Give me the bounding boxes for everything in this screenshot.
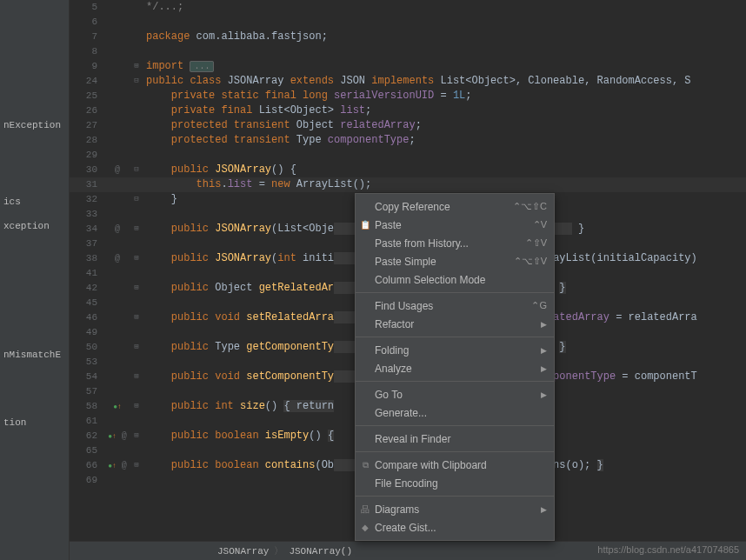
structure-item[interactable]: nMismatchE <box>0 343 69 367</box>
code-text[interactable]: */...; <box>143 0 183 15</box>
menu-item-folding[interactable]: Folding▶ <box>356 341 554 359</box>
gutter-marker[interactable] <box>104 207 130 222</box>
fold-toggle[interactable] <box>130 237 143 251</box>
menu-item-create-gist[interactable]: ◆Create Gist... <box>356 518 554 537</box>
code-text[interactable]: package com.alibaba.fastjson; <box>143 30 328 44</box>
fold-toggle[interactable] <box>130 44 143 59</box>
fold-toggle[interactable] <box>130 177 143 192</box>
context-menu[interactable]: Copy Reference⌃⌥⇧C📋Paste⌃VPaste from His… <box>355 193 555 541</box>
fold-toggle[interactable] <box>130 207 143 222</box>
menu-item-find-usages[interactable]: Find Usages⌃G <box>356 297 554 315</box>
code-text[interactable] <box>143 266 146 281</box>
code-text[interactable]: import ... <box>143 59 214 74</box>
gutter-marker[interactable]: ●↑ @ <box>104 429 130 443</box>
code-text[interactable] <box>143 325 146 340</box>
code-text[interactable] <box>143 44 146 59</box>
fold-toggle[interactable] <box>130 325 143 340</box>
gutter-marker[interactable] <box>104 355 130 370</box>
gutter-marker[interactable]: ●↑ <box>104 399 130 414</box>
menu-item-paste[interactable]: 📋Paste⌃V <box>356 216 554 234</box>
code-line[interactable]: 9⊞import ... <box>70 59 746 74</box>
code-line[interactable]: 6 <box>70 15 746 30</box>
gutter-marker[interactable] <box>104 177 130 192</box>
fold-toggle[interactable]: ⊞ <box>130 281 143 296</box>
fold-toggle[interactable]: ⊞ <box>130 370 143 384</box>
fold-toggle[interactable]: ⊞ <box>130 251 143 266</box>
fold-toggle[interactable] <box>130 414 143 429</box>
code-text[interactable]: public class JSONArray extends JSON impl… <box>143 74 691 89</box>
menu-item-compare-with-clipboard[interactable]: ⧉Compare with Clipboard <box>356 456 554 474</box>
structure-item[interactable]: xception <box>0 214 69 238</box>
gutter-marker[interactable] <box>104 0 130 15</box>
gutter-marker[interactable] <box>104 237 130 251</box>
code-text[interactable] <box>143 296 146 310</box>
menu-item-reveal-in-finder[interactable]: Reveal in Finder <box>356 430 554 448</box>
menu-item-generate[interactable]: Generate... <box>356 403 554 422</box>
code-text[interactable] <box>143 237 146 251</box>
code-text[interactable]: private final List<Object> list; <box>143 103 371 118</box>
code-line[interactable]: 25 private static final long serialVersi… <box>70 89 746 103</box>
fold-toggle[interactable]: ⊟ <box>130 192 143 207</box>
fold-toggle[interactable] <box>130 103 143 118</box>
fold-toggle[interactable]: ⊞ <box>130 429 143 443</box>
gutter-marker[interactable] <box>104 310 130 325</box>
gutter-marker[interactable] <box>104 15 130 30</box>
menu-item-file-encoding[interactable]: File Encoding <box>356 474 554 492</box>
breadcrumb-segment[interactable]: JSONArray() <box>289 546 352 557</box>
structure-item[interactable]: tion <box>0 410 69 435</box>
gutter-marker[interactable] <box>104 118 130 133</box>
fold-toggle[interactable] <box>130 133 143 148</box>
fold-toggle[interactable]: ⊞ <box>130 340 143 355</box>
code-text[interactable]: } <box>143 192 177 207</box>
fold-toggle[interactable]: ⊞ <box>130 310 143 325</box>
code-text[interactable]: private static final long serialVersionU… <box>143 89 471 103</box>
fold-toggle[interactable] <box>130 15 143 30</box>
code-text[interactable]: this.list = new ArrayList(); <box>143 177 371 192</box>
fold-toggle[interactable] <box>130 443 143 458</box>
code-text[interactable] <box>143 473 146 488</box>
code-line[interactable]: 29 <box>70 148 746 163</box>
fold-toggle[interactable] <box>130 148 143 163</box>
menu-item-go-to[interactable]: Go To▶ <box>356 385 554 403</box>
fold-toggle[interactable] <box>130 355 143 370</box>
fold-toggle[interactable]: ⊞ <box>130 59 143 74</box>
menu-item-diagrams[interactable]: 品Diagrams▶ <box>356 500 554 518</box>
gutter-marker[interactable] <box>104 473 130 488</box>
code-text[interactable]: protected transient Object relatedArray; <box>143 118 422 133</box>
gutter-marker[interactable] <box>104 192 130 207</box>
gutter-marker[interactable] <box>104 281 130 296</box>
gutter-marker[interactable] <box>104 148 130 163</box>
code-line[interactable]: 5*/...; <box>70 0 746 15</box>
gutter-marker[interactable]: @ <box>104 251 130 266</box>
structure-item[interactable]: nException <box>0 113 69 137</box>
code-line[interactable]: 26 private final List<Object> list; <box>70 103 746 118</box>
fold-toggle[interactable]: ⊞ <box>130 458 143 473</box>
fold-toggle[interactable] <box>130 0 143 15</box>
code-line[interactable]: 28 protected transient Type componentTyp… <box>70 133 746 148</box>
gutter-marker[interactable] <box>104 266 130 281</box>
breadcrumb-segment[interactable]: JSONArray <box>217 546 269 557</box>
code-line[interactable]: 27 protected transient Object relatedArr… <box>70 118 746 133</box>
code-text[interactable] <box>143 443 146 458</box>
code-text[interactable] <box>143 414 146 429</box>
structure-item[interactable]: ics <box>0 190 69 214</box>
gutter-marker[interactable] <box>104 59 130 74</box>
code-line[interactable]: 8 <box>70 44 746 59</box>
code-line[interactable]: 24⊟public class JSONArray extends JSON i… <box>70 74 746 89</box>
gutter-marker[interactable] <box>104 74 130 89</box>
code-line[interactable]: 30@⊟ public JSONArray() { <box>70 163 746 177</box>
gutter-marker[interactable] <box>104 103 130 118</box>
gutter-marker[interactable]: ●↑ @ <box>104 458 130 473</box>
gutter-marker[interactable] <box>104 370 130 384</box>
fold-toggle[interactable] <box>130 296 143 310</box>
fold-toggle[interactable] <box>130 266 143 281</box>
gutter-marker[interactable] <box>104 384 130 399</box>
code-text[interactable] <box>143 355 146 370</box>
code-text[interactable]: public boolean isEmpty() { <box>143 429 334 443</box>
fold-toggle[interactable] <box>130 89 143 103</box>
gutter-marker[interactable] <box>104 296 130 310</box>
menu-item-paste-from-history[interactable]: Paste from History...⌃⇧V <box>356 234 554 252</box>
menu-item-paste-simple[interactable]: Paste Simple⌃⌥⇧V <box>356 252 554 270</box>
code-text[interactable]: public JSONArray() { <box>143 163 296 177</box>
gutter-marker[interactable] <box>104 340 130 355</box>
